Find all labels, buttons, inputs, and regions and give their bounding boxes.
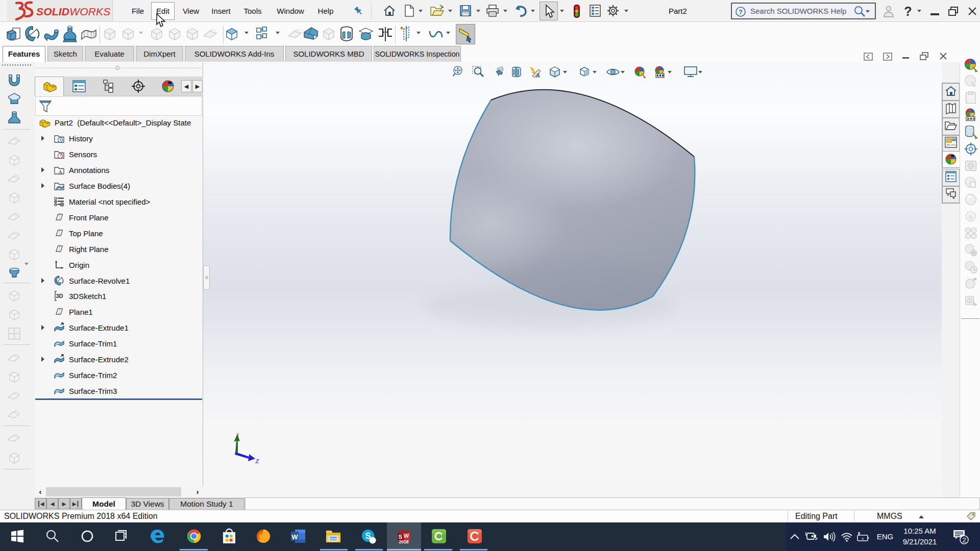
svg-text:Z: Z (255, 457, 259, 465)
svg-text:A: A (535, 72, 540, 79)
svg-text:?: ? (739, 8, 743, 16)
svg-text:W: W (291, 533, 298, 541)
svg-text:x: x (862, 536, 864, 541)
svg-text:2: 2 (962, 536, 966, 544)
svg-text:2018: 2018 (399, 539, 409, 544)
svg-text:W: W (404, 533, 409, 539)
